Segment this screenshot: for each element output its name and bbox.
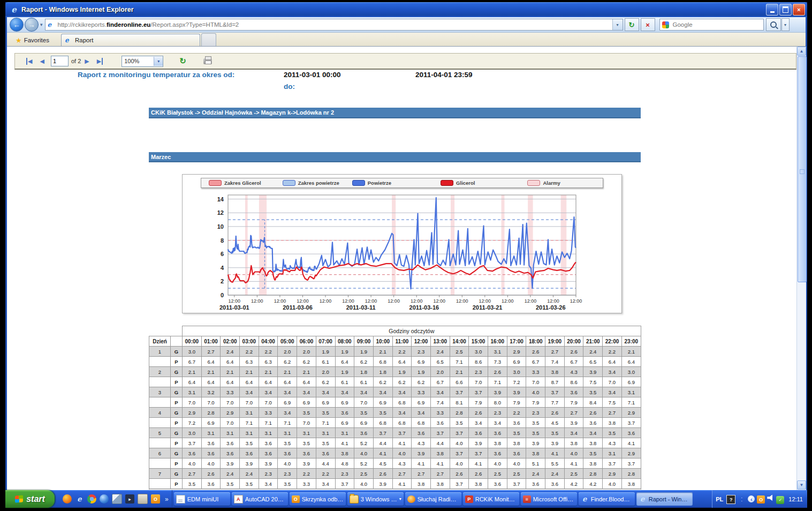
zoom-select[interactable]: 100% ▾ (122, 56, 163, 67)
new-tab-stub[interactable] (201, 33, 216, 46)
autocad-icon (234, 495, 243, 504)
taskbar-button[interactable]: 3 Windows E...▾ (347, 492, 404, 506)
section-header: Marzec (149, 152, 641, 162)
temp-value-cell: 7.3 (488, 357, 507, 367)
start-button[interactable]: start (5, 490, 55, 508)
temp-value-cell: 2.2 (259, 347, 278, 357)
taskbar-button[interactable]: RCKiK Monitori... (463, 492, 519, 506)
tab-raport[interactable]: Raport (61, 34, 200, 46)
temp-value-cell: 4.0 (183, 459, 202, 469)
first-page-button[interactable]: ◀ (26, 58, 32, 65)
temp-value-cell: 6.9 (278, 397, 297, 408)
hour-header: 18:00 (526, 336, 545, 347)
taskbar-button[interactable]: Skrzynka odbio... (290, 492, 346, 506)
next-page-button[interactable]: ▶ (85, 58, 89, 65)
temp-value-cell: 3.7 (450, 387, 469, 397)
temp-value-cell: 5.5 (545, 459, 565, 469)
volume-icon[interactable] (767, 494, 774, 501)
temp-value-cell: 2.5 (354, 469, 374, 479)
quick-launch-overflow-chevron[interactable]: » (165, 495, 169, 503)
help-icon[interactable] (726, 495, 735, 504)
printer-quick-icon[interactable] (138, 494, 148, 504)
temp-value-cell: 2.4 (240, 469, 259, 479)
search-input[interactable] (672, 21, 763, 28)
x-tick-label: 12:00 (525, 298, 537, 304)
refresh-button[interactable]: ↻ (625, 18, 639, 31)
temp-value-cell: 3.6 (507, 418, 526, 428)
outlook-icon[interactable] (151, 494, 160, 504)
scrollbar-thumb[interactable] (798, 56, 807, 282)
temp-value-cell: 4.0 (354, 479, 374, 489)
partial-row (149, 489, 641, 490)
ie-quick-icon[interactable] (75, 494, 84, 504)
taskbar-button-label: Microsoft Offic... (533, 496, 575, 502)
temp-value-cell: 7.4 (545, 357, 565, 367)
taskbar-button[interactable]: EDM miniUI (174, 492, 230, 506)
scroll-down-button[interactable]: ▼ (797, 480, 806, 490)
report-date-from: 2011-03-01 00:00 (284, 71, 341, 79)
x-date-label: 2011-03-06 (283, 304, 313, 311)
temp-value-cell: 7.0 (469, 377, 488, 387)
taskbar-button[interactable]: Słuchaj Radio ... (405, 492, 461, 506)
last-page-button[interactable]: ▶ (97, 58, 103, 65)
forward-button[interactable]: → (25, 18, 39, 32)
page-number-input[interactable] (51, 56, 69, 66)
stop-button[interactable]: × (641, 18, 655, 31)
series-label-cell: P (171, 459, 183, 469)
taskbar-button[interactable]: AutoCAD 2005... (232, 492, 288, 506)
hour-header: 00:00 (183, 336, 202, 347)
close-button[interactable]: × (793, 4, 805, 16)
hour-header: 20:00 (564, 336, 583, 347)
media-player-icon[interactable] (125, 494, 134, 504)
vertical-scrollbar[interactable]: ▲ ▼ (796, 47, 806, 490)
language-indicator[interactable]: PL (716, 496, 723, 502)
taskbar-button[interactable]: Raport - Windo... (636, 492, 693, 506)
hour-header: 15:00 (469, 336, 488, 347)
temp-value-cell: 3.4 (564, 428, 583, 438)
taskbar-button[interactable]: Microsoft Offic... (521, 492, 577, 506)
report-refresh-button[interactable]: ↻ (179, 56, 186, 66)
ie-task-icon (581, 495, 589, 503)
temp-value-cell: 3.5 (603, 428, 622, 438)
back-button[interactable]: ← (10, 18, 24, 32)
show-desktop-icon[interactable] (112, 494, 122, 504)
search-options-dropdown[interactable]: ▾ (781, 18, 790, 31)
temp-value-cell: 3.6 (297, 448, 316, 459)
minimize-button[interactable] (766, 4, 778, 16)
chrome-icon[interactable] (87, 494, 96, 504)
temp-value-cell: 3.6 (488, 448, 507, 459)
temp-value-cell: 2.5 (564, 469, 583, 479)
address-field[interactable]: http://rckikreports.finderonline.eu/Repo… (45, 19, 623, 31)
favorites-button[interactable]: ★ Favorites (11, 34, 54, 46)
search-button[interactable] (766, 18, 781, 31)
firefox-icon[interactable] (63, 494, 72, 504)
input-indicator-icon[interactable] (738, 495, 746, 504)
taskbar-button[interactable]: Finder.BloodDo... (579, 492, 635, 506)
print-button[interactable] (203, 58, 212, 64)
day-cell: 1 (149, 347, 171, 357)
outlook-tray-icon[interactable] (757, 495, 765, 504)
update-shield-icon[interactable] (776, 496, 784, 504)
day-cell (149, 357, 171, 367)
temp-value-cell: 6.2 (297, 357, 316, 367)
search-box[interactable] (659, 19, 764, 31)
x-axis: 12:0012:0012:0012:0012:0012:0012:0012:00… (219, 295, 582, 311)
address-dropdown-button[interactable]: ▾ (612, 19, 623, 30)
x-date-label: 2011-03-11 (346, 304, 376, 311)
scroll-up-button[interactable]: ▲ (797, 47, 806, 56)
title-bar[interactable]: Raport - Windows Internet Explorer × (5, 2, 807, 17)
browser-globe-icon[interactable] (100, 494, 109, 504)
temp-value-cell: 6.9 (373, 397, 392, 408)
temp-value-cell: 4.1 (545, 448, 565, 459)
history-dropdown-icon[interactable]: ▾ (40, 22, 43, 27)
hide-icons-chevron[interactable] (748, 495, 755, 502)
temp-value-cell: 6.2 (354, 357, 374, 367)
temp-value-cell: 2.1 (221, 367, 240, 377)
maximize-button[interactable] (779, 4, 792, 16)
task-buttons: EDM miniUIAutoCAD 2005...Skrzynka odbio.… (172, 490, 712, 508)
y-tick-label: 12 (217, 209, 224, 216)
temp-value-cell: 3.5 (278, 438, 297, 448)
temp-value-cell: 1.9 (335, 347, 354, 357)
x-tick-label: 12:00 (433, 298, 445, 304)
previous-page-button[interactable]: ◀ (40, 58, 44, 65)
